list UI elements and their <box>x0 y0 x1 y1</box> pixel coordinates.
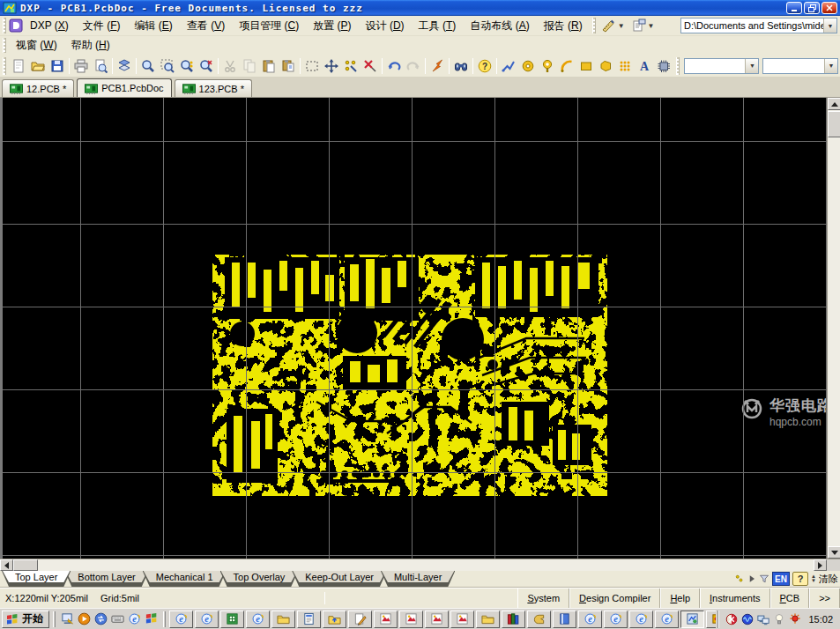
taskbar-window-18-ie[interactable]: e <box>604 610 628 628</box>
panel-button-instruments[interactable]: Instruments <box>700 588 769 608</box>
toolbar-combobox-1[interactable]: ▼ <box>684 58 760 74</box>
taskbar-window-16-blue-book[interactable] <box>553 610 576 628</box>
taskbar-window-10-red-tool[interactable] <box>399 610 423 628</box>
ime-play-button[interactable] <box>747 574 757 584</box>
taskbar-window-2-ie[interactable]: e <box>195 610 219 628</box>
document-tab-pcb1-pcbdoc[interactable]: PCB1.PcbDoc <box>77 78 171 97</box>
place-pad-button[interactable] <box>518 56 538 76</box>
ime-dots-button[interactable] <box>734 574 745 584</box>
combobox-dropdown-icon[interactable]: ▼ <box>823 18 836 33</box>
select-area-button[interactable] <box>302 56 322 76</box>
layer-tab-multi-layer[interactable]: Multi-Layer <box>381 571 455 587</box>
taskbar-grip[interactable] <box>53 611 56 627</box>
toolbar-combobox-2[interactable]: ▼ <box>762 58 838 74</box>
restore-button[interactable] <box>804 2 820 14</box>
toolbar-grip[interactable] <box>3 18 6 33</box>
paste-array-button[interactable] <box>279 56 298 76</box>
menu-item-d[interactable]: 设计 (D) <box>359 16 412 36</box>
quick-launch-win-colors[interactable] <box>143 610 160 628</box>
menu-item-t[interactable]: 工具 (T) <box>412 16 464 36</box>
layer-tab-mechanical-1[interactable]: Mechanical 1 <box>143 571 227 587</box>
menu-item-a[interactable]: 自动布线 (A) <box>463 16 536 36</box>
taskbar-grip[interactable] <box>163 611 166 627</box>
clear-filter-button[interactable] <box>361 56 380 76</box>
taskbar-window-5-folder[interactable] <box>271 610 295 628</box>
panel-button-help[interactable]: Help <box>660 588 700 608</box>
menu-item-x[interactable]: DXP (X) <box>23 17 76 34</box>
panel-button-design-compiler[interactable]: Design Compiler <box>569 588 660 608</box>
zoom-selection-button[interactable] <box>197 56 216 76</box>
vertical-scroll-thumb[interactable] <box>828 111 840 137</box>
tray-bulb-red-icon[interactable] <box>789 613 801 625</box>
taskbar-window-13-folder[interactable] <box>476 610 500 628</box>
toolbar-grip[interactable] <box>3 57 6 75</box>
quick-launch-media-player[interactable] <box>76 610 93 628</box>
scroll-up-button[interactable] <box>828 98 840 110</box>
place-array-button[interactable] <box>615 56 635 76</box>
undo-button[interactable] <box>384 56 404 76</box>
pen-ruler-button[interactable]: ▼ <box>598 17 628 34</box>
panel-button-pcb[interactable]: PCB <box>770 588 810 608</box>
menu-item-v[interactable]: 查看 (V) <box>180 16 232 36</box>
scroll-right-button[interactable] <box>814 559 827 571</box>
print-button[interactable] <box>71 56 91 76</box>
close-button[interactable] <box>821 2 837 14</box>
taskbar-window-19-ie[interactable]: e <box>629 610 653 628</box>
tray-mute-icon[interactable] <box>725 613 738 625</box>
interactive-routing-button[interactable] <box>427 56 447 76</box>
toolbar-grip[interactable] <box>3 38 6 53</box>
place-component-button[interactable] <box>654 56 673 76</box>
horizontal-scrollbar[interactable] <box>0 559 827 571</box>
zoom-area-button[interactable] <box>158 56 177 76</box>
align-dots-button[interactable] <box>341 56 361 76</box>
zoom-points-button[interactable] <box>177 56 197 76</box>
find-similar-button[interactable] <box>451 56 471 76</box>
menu-item-r[interactable]: 报告 (R) <box>537 16 590 36</box>
taskbar-window-4-ie[interactable]: e <box>246 610 270 628</box>
horizontal-scroll-thumb[interactable] <box>13 559 38 571</box>
ime-help-button[interactable]: ? <box>792 572 808 586</box>
scroll-left-button[interactable] <box>0 559 13 571</box>
ime-options-spinner[interactable]: ▲▼ <box>811 574 816 583</box>
place-fill-button[interactable] <box>576 56 596 76</box>
print-preview-button[interactable] <box>91 56 110 76</box>
panel-button-system[interactable]: System <box>517 588 569 608</box>
taskbar-window-12-red-tool[interactable] <box>450 610 474 628</box>
layer-tab-top-layer[interactable]: Top Layer <box>2 571 71 587</box>
quick-launch-show-desktop[interactable] <box>59 610 76 628</box>
taskbar-window-8-pencil-doc[interactable] <box>348 610 372 628</box>
menu-item-c[interactable]: 项目管理 (C) <box>232 16 306 36</box>
place-string-button[interactable]: A <box>635 56 654 76</box>
menu-item-f[interactable]: 文件 (F) <box>76 16 128 36</box>
place-via-button[interactable] <box>538 56 557 76</box>
minimize-button[interactable] <box>786 2 802 14</box>
tray-bulb-icon[interactable] <box>773 613 785 625</box>
taskbar-window-21-dxp-doc[interactable] <box>680 610 704 628</box>
taskbar-window-20-ie[interactable]: e <box>655 610 679 628</box>
layer-tab-keep-out-layer[interactable]: Keep-Out Layer <box>292 571 387 587</box>
tray-network-icon[interactable] <box>757 613 769 625</box>
toolbar-grip[interactable] <box>592 18 596 33</box>
ime-clear-label[interactable]: 清除 <box>819 573 840 586</box>
menu-item-p[interactable]: 放置 (P) <box>306 16 358 36</box>
menu-item-h[interactable]: 帮助 (H) <box>64 35 117 56</box>
document-tab-123-pcb-[interactable]: 123.PCB * <box>175 79 252 97</box>
layers-button[interactable] <box>115 56 134 76</box>
place-line-button[interactable] <box>499 56 518 76</box>
place-arc-button[interactable] <box>557 56 576 76</box>
taskbar-window-22-app-colorful[interactable] <box>706 610 716 628</box>
move-button[interactable] <box>322 56 341 76</box>
taskbar-window-1-ie[interactable]: e <box>169 610 193 628</box>
pcb-canvas[interactable]: 华强电路 hqpcb.com <box>0 98 840 559</box>
scroll-down-button[interactable] <box>828 546 840 559</box>
toolbar-grip[interactable] <box>676 57 680 75</box>
ime-funnel-button[interactable] <box>759 574 769 584</box>
place-polygon-button[interactable] <box>596 56 615 76</box>
layer-tab-bottom-layer[interactable]: Bottom Layer <box>64 571 148 587</box>
zoom-document-button[interactable] <box>138 56 158 76</box>
open-folder-button[interactable] <box>28 56 48 76</box>
document-path-combobox[interactable]: D:\Documents and Settings\midea\桌面 ▼ <box>680 18 837 33</box>
ime-language-badge[interactable]: EN <box>772 572 790 586</box>
taskbar-window-3-green-grid[interactable] <box>220 610 244 628</box>
panel-button--[interactable]: >> <box>809 588 840 608</box>
